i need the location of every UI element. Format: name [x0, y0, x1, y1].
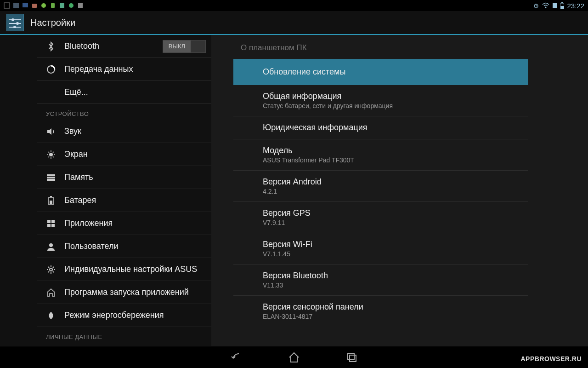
sidebar-item-label: Индивидуальные настройки ASUS [64, 264, 206, 274]
sidebar-item-apps[interactable]: Приложения [37, 212, 211, 235]
svg-point-7 [69, 3, 74, 8]
svg-point-20 [13, 26, 16, 28]
sidebar-item-label: Звук [64, 126, 206, 136]
sidebar-item-power-saving[interactable]: Режим энергосбережения [37, 304, 211, 327]
home-button[interactable] [286, 349, 302, 366]
svg-line-28 [53, 156, 54, 157]
svg-rect-40 [51, 224, 55, 227]
leaf-icon [46, 310, 56, 321]
main-item-legal[interactable]: Юридическая информация [233, 116, 528, 139]
svg-rect-33 [47, 179, 55, 181]
svg-line-27 [48, 152, 49, 153]
svg-rect-1 [13, 3, 19, 8]
blank-icon [46, 87, 56, 98]
sidebar-item-asus-settings[interactable]: Индивидуальные настройки ASUS [37, 258, 211, 281]
app-header: Настройки [0, 11, 588, 35]
bluetooth-toggle[interactable]: ВЫКЛ [163, 40, 206, 53]
svg-point-16 [11, 18, 14, 21]
notif-icon-6 [50, 2, 56, 9]
notif-icon-4 [31, 2, 38, 9]
notif-icon-1 [4, 2, 10, 9]
svg-rect-6 [60, 3, 64, 8]
sidebar-item-label: Память [64, 172, 206, 182]
main-item-title: Общая информация [263, 92, 517, 101]
section-personal: ЛИЧНЫЕ ДАННЫЕ [37, 327, 211, 343]
main-item-status[interactable]: Общая информация Статус батареи, сети и … [233, 85, 528, 116]
sidebar-item-storage[interactable]: Память [37, 166, 211, 189]
main-item-subtitle: ASUS Transformer Pad TF300T [263, 156, 517, 164]
main-item-title: Версия сенсорной панели [263, 302, 517, 312]
settings-sidebar: Bluetooth ВЫКЛ Передача данных Ещё... УС… [0, 35, 211, 346]
svg-rect-11 [553, 3, 557, 8]
sidebar-item-label: Режим энергосбережения [64, 310, 206, 320]
main-item-title: Обновление системы [263, 67, 517, 77]
main-item-subtitle: ELAN-3011-4817 [263, 313, 517, 320]
main-item-title: Версия GPS [263, 208, 517, 218]
status-left [4, 2, 84, 9]
main-item-bt-version[interactable]: Версия Bluetooth V11.33 [233, 264, 528, 296]
svg-rect-0 [4, 3, 10, 8]
sidebar-item-label: Экран [64, 150, 206, 159]
toggle-off-label: ВЫКЛ [163, 40, 191, 52]
svg-point-10 [545, 7, 547, 8]
main-item-title: Модель [263, 146, 517, 155]
svg-line-49 [48, 271, 49, 272]
sidebar-item-users[interactable]: Пользователи [37, 235, 211, 258]
sidebar-item-more[interactable]: Ещё... [37, 81, 211, 104]
sidebar-item-launcher[interactable]: Программа запуска приложений [37, 281, 211, 304]
data-usage-icon [46, 64, 56, 75]
svg-rect-31 [47, 174, 55, 176]
wifi-icon [542, 2, 549, 9]
svg-rect-38 [51, 220, 55, 223]
main-item-subtitle: V7.1.1.45 [263, 250, 517, 258]
display-icon [46, 150, 56, 160]
back-button[interactable] [228, 349, 244, 366]
sidebar-item-bluetooth[interactable]: Bluetooth ВЫКЛ [37, 35, 211, 58]
battery-icon [46, 196, 56, 206]
svg-line-48 [53, 271, 54, 272]
sidebar-item-label: Приложения [64, 218, 206, 228]
gear-icon [46, 264, 56, 275]
svg-rect-5 [51, 3, 55, 8]
svg-point-4 [41, 3, 46, 8]
sidebar-item-label: Программа запуска приложений [64, 288, 206, 297]
notif-icon-5 [40, 2, 47, 9]
main-item-touch-version[interactable]: Версия сенсорной панели ELAN-3011-4817 [233, 296, 528, 327]
main-item-title: Версия Bluetooth [263, 271, 517, 281]
main-item-wifi-version[interactable]: Версия Wi-Fi V7.1.1.45 [233, 233, 528, 264]
svg-point-41 [49, 243, 53, 247]
svg-rect-35 [50, 196, 52, 197]
sidebar-item-data-usage[interactable]: Передача данных [37, 58, 211, 81]
app-title: Настройки [30, 17, 75, 28]
notif-icon-8 [68, 2, 74, 9]
sidebar-item-label: Батарея [64, 196, 206, 205]
svg-rect-14 [561, 2, 563, 3]
status-bar: 23:22 [0, 0, 588, 11]
main-item-gps-version[interactable]: Версия GPS V7.9.11 [233, 202, 528, 233]
storage-icon [46, 172, 56, 183]
svg-line-47 [48, 267, 49, 268]
svg-line-50 [53, 267, 54, 268]
main-item-android-version[interactable]: Версия Android 4.2.1 [233, 171, 528, 202]
content-area: Bluetooth ВЫКЛ Передача данных Ещё... УС… [0, 35, 588, 346]
main-item-subtitle: 4.2.1 [263, 188, 517, 195]
sidebar-item-display[interactable]: Экран [37, 143, 211, 166]
svg-line-30 [53, 152, 54, 153]
sd-icon [552, 2, 558, 9]
home-icon [46, 288, 56, 298]
sidebar-item-battery[interactable]: Батарея [37, 189, 211, 212]
svg-point-22 [49, 153, 53, 156]
notif-icon-2 [13, 2, 19, 9]
section-device: УСТРОЙСТВО [37, 104, 211, 120]
main-panel: О планшетном ПК Обновление системы Общая… [211, 35, 588, 346]
main-item-subtitle: V7.9.11 [263, 219, 517, 226]
main-header: О планшетном ПК [211, 35, 528, 59]
sound-icon [46, 126, 56, 137]
recent-button[interactable] [344, 349, 360, 366]
sidebar-item-sound[interactable]: Звук [37, 120, 211, 143]
sidebar-item-label: Ещё... [64, 87, 206, 97]
main-item-model[interactable]: Модель ASUS Transformer Pad TF300T [233, 139, 528, 171]
main-item-system-update[interactable]: Обновление системы [233, 59, 528, 85]
status-right: 23:22 [533, 2, 584, 10]
battery-icon [560, 2, 564, 9]
